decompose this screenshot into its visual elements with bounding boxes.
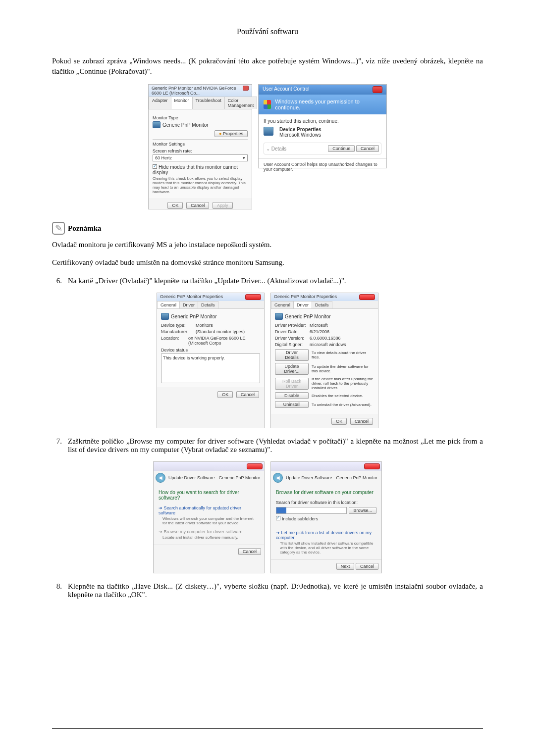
note-icon: ✎ <box>52 222 65 235</box>
device-name: Generic PnP Monitor <box>285 314 331 319</box>
close-icon[interactable] <box>243 86 249 91</box>
device-status-box: This device is working properly. <box>161 353 260 383</box>
apply-button[interactable]: Apply <box>213 202 233 209</box>
tab-details[interactable]: Details <box>312 301 332 308</box>
uac-started-text: If you started this action, continue. <box>264 118 381 124</box>
tab-general[interactable]: General <box>271 301 294 308</box>
cancel-button[interactable]: Cancel <box>356 563 378 570</box>
refresh-rate-label: Screen refresh rate: <box>153 149 248 153</box>
uac-footer-text: User Account Control helps stop unauthor… <box>259 158 386 175</box>
ok-button[interactable]: OK <box>331 418 347 425</box>
update-driver-wizard-1: ◄Update Driver Software - Generic PnP Mo… <box>153 461 265 573</box>
back-icon[interactable]: ◄ <box>156 473 165 483</box>
uac-program-name: Device Properties <box>279 127 321 132</box>
step-number: 6. <box>52 277 68 285</box>
monitor-icon <box>275 313 283 320</box>
tab-general[interactable]: General <box>157 301 180 308</box>
date-label: Driver Date: <box>275 329 310 334</box>
dialog-title: Generic PnP Monitor Properties <box>274 294 337 300</box>
note-label: Poznámka <box>68 224 102 233</box>
provider-value: Microsoft <box>310 323 328 328</box>
tab-colormgmt[interactable]: Color Management <box>224 97 258 109</box>
tab-driver[interactable]: Driver <box>293 301 312 308</box>
uac-title: User Account Control <box>263 86 310 93</box>
driver-details-button[interactable]: Driver Details <box>275 349 309 361</box>
location-label: Search for driver software in this locat… <box>276 500 376 505</box>
tab-adapter[interactable]: Adapter <box>149 97 171 109</box>
screenshot-row-1: Generic PnP Monitor and NVIDIA GeForce 6… <box>52 84 483 209</box>
location-input[interactable] <box>276 507 347 514</box>
monitor-icon <box>153 121 160 128</box>
cancel-button[interactable]: Cancel <box>238 548 261 555</box>
tab-driver[interactable]: Driver <box>179 301 198 308</box>
shield-icon <box>264 100 271 109</box>
option-pick-list[interactable]: ➔ Let me pick from a list of device driv… <box>276 530 376 540</box>
close-icon[interactable] <box>247 463 263 469</box>
step-number: 7. <box>52 437 68 454</box>
step-text: Zaškrtněte políčko „Browse my computer f… <box>68 437 483 454</box>
dialog-tabs: Adapter Monitor Troubleshoot Color Manag… <box>149 97 252 109</box>
rollback-driver-desc: If the device fails after updating the d… <box>312 377 374 390</box>
back-icon[interactable]: ◄ <box>273 473 283 483</box>
option-browse[interactable]: ➔ Browse my computer for driver software <box>159 529 259 534</box>
program-icon <box>264 127 273 136</box>
uninstall-button[interactable]: Uninstall <box>275 401 309 408</box>
note-paragraph-1: Ovladač monitoru je certifikovaný MS a j… <box>52 240 483 250</box>
hide-modes-checkbox[interactable] <box>153 164 157 169</box>
date-value: 6/21/2006 <box>310 329 329 334</box>
uac-dialog: User Account Control Windows needs your … <box>258 84 387 168</box>
ok-button[interactable]: OK <box>167 202 183 209</box>
properties-button[interactable]: ● Properties <box>214 130 248 137</box>
screenshot-row-3: ◄Update Driver Software - Generic PnP Mo… <box>52 461 483 573</box>
step-text: Klepněte na tlačítko „Have Disk... (Z di… <box>68 582 483 599</box>
step-text: Na kartě „Driver (Ovladač)" klepněte na … <box>68 277 483 285</box>
dialog-title: Generic PnP Monitor and NVIDIA GeForce 6… <box>152 86 243 96</box>
ok-button[interactable]: OK <box>217 391 233 398</box>
continue-button[interactable]: Continue <box>328 145 355 152</box>
provider-label: Driver Provider: <box>275 323 310 328</box>
uninstall-desc: To uninstall the driver (Advanced). <box>312 403 374 407</box>
cancel-button[interactable]: Cancel <box>186 202 209 209</box>
signer-label: Digital Signer: <box>275 342 310 347</box>
include-subfolders-checkbox[interactable] <box>276 516 280 520</box>
option-pick-list-desc: This list will show installed driver sof… <box>280 541 376 554</box>
tab-details[interactable]: Details <box>198 301 218 308</box>
cancel-button[interactable]: Cancel <box>356 145 379 152</box>
uac-details[interactable]: Details <box>271 146 287 151</box>
step-6: 6. Na kartě „Driver (Ovladač)" klepněte … <box>52 277 483 285</box>
cancel-button[interactable]: Cancel <box>236 391 259 398</box>
location-label: Location: <box>161 336 188 346</box>
tab-monitor[interactable]: Monitor <box>171 97 193 109</box>
uac-banner-text: Windows needs your permission to contion… <box>275 99 381 110</box>
close-icon[interactable] <box>245 294 261 300</box>
rollback-driver-button[interactable]: Roll Back Driver <box>275 378 309 390</box>
monitor-properties-dialog: Generic PnP Monitor and NVIDIA GeForce 6… <box>148 84 252 209</box>
option-search-auto[interactable]: ➔ Search automatically for updated drive… <box>159 505 259 515</box>
hide-modes-label: Hide modes that this monitor cannot disp… <box>153 164 238 175</box>
version-value: 6.0.6000.16386 <box>310 336 341 341</box>
monitor-settings-label: Monitor Settings <box>153 139 248 147</box>
wizard-breadcrumb: Update Driver Software - Generic PnP Mon… <box>286 475 377 480</box>
include-subfolders-label: Include subfolders <box>282 516 318 521</box>
update-driver-button[interactable]: Update Driver... <box>275 363 309 375</box>
disable-desc: Disables the selected device. <box>312 394 374 398</box>
next-button[interactable]: Next <box>336 563 355 570</box>
hide-modes-desc: Clearing this check box allows you to se… <box>153 176 248 194</box>
monitor-type-label: Monitor Type <box>153 115 248 120</box>
disable-button[interactable]: Disable <box>275 392 309 399</box>
device-name: Generic PnP Monitor <box>171 314 217 319</box>
signer-value: microsoft windows <box>310 342 346 347</box>
version-label: Driver Version: <box>275 336 310 341</box>
close-icon[interactable] <box>364 463 380 469</box>
browse-button[interactable]: Browse... <box>349 507 376 514</box>
location-value: on NVIDIA GeForce 6600 LE (Microsoft Cor… <box>188 336 260 346</box>
close-icon[interactable] <box>359 294 375 300</box>
close-icon[interactable] <box>373 86 382 93</box>
refresh-rate-select[interactable]: 60 Hertz▾ <box>153 154 248 161</box>
tab-troubleshoot[interactable]: Troubleshoot <box>192 97 225 109</box>
cancel-button[interactable]: Cancel <box>350 418 373 425</box>
option-search-auto-desc: Windows will search your computer and th… <box>162 516 259 525</box>
manufacturer-label: Manufacturer: <box>161 329 196 334</box>
dialog-title: Generic PnP Monitor Properties <box>160 294 223 300</box>
intro-paragraph: Pokud se zobrazí zpráva „Windows needs..… <box>52 56 483 77</box>
